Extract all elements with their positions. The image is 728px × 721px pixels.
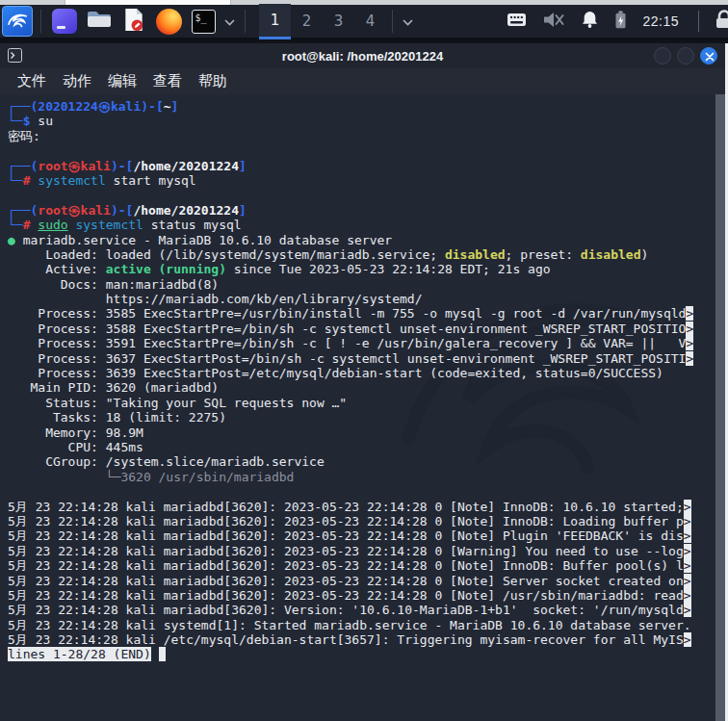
panel-separator — [392, 10, 393, 33]
keyboard-indicator-icon[interactable] — [507, 13, 527, 31]
menu-actions[interactable]: 动作 — [63, 72, 91, 90]
chevron-down-icon — [403, 13, 413, 30]
terminal-line: 5月 23 22:14:28 kali mariadbd[3620]: 2023… — [8, 558, 712, 573]
screen-lock-icon[interactable] — [715, 10, 728, 33]
menu-edit[interactable]: 编辑 — [108, 72, 137, 90]
launcher-window-app[interactable] — [49, 6, 80, 37]
terminal-line: 密码: — [8, 129, 712, 143]
tray-separator — [698, 11, 699, 32]
kali-menu-button[interactable] — [2, 6, 33, 37]
terminal-line: ┌──(root㉿kali)-[/home/20201224] — [8, 159, 712, 173]
chevron-down-icon — [224, 13, 235, 30]
terminal-line: Tasks: 18 (limit: 2275) — [8, 410, 712, 425]
workspace-3[interactable]: 3 — [323, 4, 354, 39]
menu-help[interactable]: 帮助 — [198, 72, 227, 90]
maximize-button[interactable] — [677, 47, 694, 64]
top-panel: $_ 1 2 3 4 — [0, 5, 728, 40]
terminal-line: Process: 3637 ExecStartPost=/bin/sh -c s… — [8, 351, 712, 366]
workspace-switcher: 1 2 3 4 — [259, 4, 386, 39]
titlebar[interactable]: root@kali: /home/20201224 — [0, 43, 725, 68]
terminal-line: └─3620 /usr/sbin/mariadbd — [8, 470, 712, 484]
file-manager-icon — [86, 8, 113, 35]
terminal-line: 5月 23 22:14:28 kali mariadbd[3620]: 2023… — [8, 514, 712, 528]
terminal-line: Memory: 98.9M — [8, 425, 712, 440]
launcher-file-manager[interactable] — [84, 6, 115, 37]
terminal-line: 5月 23 22:14:28 kali mariadbd[3620]: 2023… — [8, 588, 712, 603]
terminal-line: └─# sudo systemctl status mysql — [8, 218, 712, 232]
terminal-line: 5月 23 22:14:28 kali mariadbd[3620]: 2023… — [8, 544, 712, 558]
workspace-2[interactable]: 2 — [291, 4, 323, 39]
terminal-window-icon — [8, 48, 22, 66]
terminal-line: 5月 23 22:14:28 kali mariadbd[3620]: 2023… — [8, 528, 712, 543]
menu-view[interactable]: 查看 — [153, 72, 182, 90]
terminal-line: 5月 23 22:14:28 kali /etc/mysql/debian-st… — [8, 632, 712, 647]
volume-muted-icon[interactable] — [542, 12, 565, 32]
workspace-4[interactable]: 4 — [354, 4, 386, 39]
kali-desktop: $_ 1 2 3 4 — [0, 0, 728, 721]
menu-file[interactable]: 文件 — [17, 72, 46, 90]
launcher-terminal[interactable]: $_ — [188, 6, 219, 37]
terminal-viewport[interactable]: ┌──(20201224㉿kali)-[~]└─$ su密码: ┌──(root… — [0, 94, 725, 721]
terminal-icon: $_ — [192, 10, 216, 34]
terminal-line: Loaded: loaded (/lib/systemd/system/mari… — [8, 247, 712, 262]
terminal-line: ┌──(20201224㉿kali)-[~] — [8, 99, 712, 114]
clock[interactable]: 22:15 — [642, 13, 679, 29]
battery-icon[interactable] — [614, 11, 627, 33]
terminal-line: └─# systemctl start mysql — [8, 173, 712, 188]
terminal-line: Status: "Taking your SQL requests now …" — [8, 396, 712, 410]
panel-separator — [40, 10, 41, 33]
terminal-line: 5月 23 22:14:28 kali mariadbd[3620]: 2023… — [8, 574, 712, 588]
terminal-line: 5月 23 22:14:28 kali systemd[1]: Started … — [8, 618, 712, 632]
firefox-icon — [156, 9, 182, 35]
terminal-line: Process: 3588 ExecStartPre=/bin/sh -c sy… — [8, 322, 712, 336]
panel-separator — [245, 10, 246, 33]
launcher-text-editor[interactable] — [118, 6, 149, 37]
close-button[interactable] — [700, 47, 717, 64]
terminal-line: Process: 3585 ExecStartPre=/usr/bin/inst… — [8, 306, 712, 321]
workspace-dropdown-button[interactable] — [403, 13, 413, 30]
window-title: root@kali: /home/20201224 — [0, 49, 725, 64]
terminal-line: https://mariadb.com/kb/en/library/system… — [8, 292, 712, 306]
system-tray: 22:15 — [507, 10, 728, 33]
terminal-line: Process: 3591 ExecStartPre=/bin/sh -c [ … — [8, 336, 712, 350]
terminal-line — [8, 143, 712, 158]
terminal-line: 5月 23 22:14:28 kali mariadbd[3620]: 2023… — [8, 500, 712, 514]
text-editor-icon — [122, 7, 145, 37]
terminal-line: └─$ su — [8, 114, 712, 128]
launcher-firefox[interactable] — [153, 6, 184, 37]
terminal-line: CPU: 445ms — [8, 440, 712, 454]
menubar: 文件 动作 编辑 查看 帮助 — [0, 68, 725, 94]
terminal-line — [8, 188, 712, 202]
minimize-button[interactable] — [654, 47, 671, 64]
terminal-dropdown-button[interactable] — [224, 13, 235, 30]
terminal-line: 5月 23 22:14:28 kali mariadbd[3620]: Vers… — [8, 603, 712, 617]
terminal-line: lines 1-28/28 (END) — [8, 647, 712, 661]
terminal-window: root@kali: /home/20201224 文件 动作 编辑 查看 帮助… — [0, 43, 725, 721]
terminal-output: ┌──(20201224㉿kali)-[~]└─$ su密码: ┌──(root… — [8, 99, 712, 662]
terminal-line: Active: active (running) since Tue 2023-… — [8, 262, 712, 276]
terminal-line: Process: 3639 ExecStartPost=/etc/mysql/d… — [8, 366, 712, 380]
terminal-line: Docs: man:mariadbd(8) — [8, 277, 712, 292]
kali-dragon-icon — [6, 8, 29, 35]
window-app-icon — [52, 9, 77, 34]
workspace-1[interactable]: 1 — [259, 4, 291, 39]
terminal-line: Main PID: 3620 (mariadbd) — [8, 380, 712, 395]
terminal-line: CGroup: /system.slice/mariadb.service — [8, 454, 712, 469]
window-controls — [654, 47, 717, 64]
terminal-line: ● mariadb.service - MariaDB 10.6.10 data… — [8, 233, 712, 247]
notifications-bell-icon[interactable] — [581, 11, 599, 33]
terminal-line: ┌──(root㉿kali)-[/home/20201224] — [8, 203, 712, 218]
terminal-line — [8, 484, 712, 499]
